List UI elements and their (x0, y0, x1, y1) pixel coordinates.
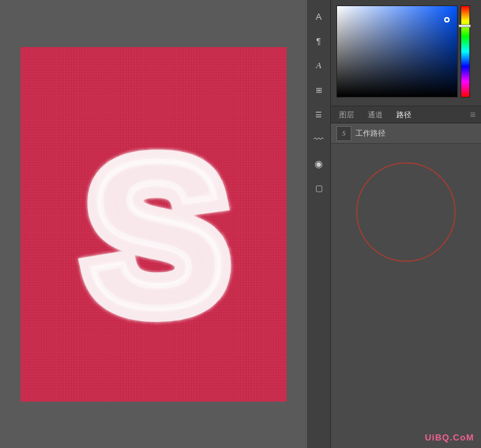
path-thumbnail: S (336, 126, 351, 141)
tab-layers[interactable]: 图层 (336, 108, 357, 121)
panel-menu-button[interactable]: ≡ (470, 109, 476, 120)
tools-strip: A ¶ A ⊞ ☰ 〰 ◉ ▢ (307, 0, 331, 448)
wave-tool[interactable]: 〰 (309, 130, 328, 149)
path-preview-svg (351, 158, 461, 267)
app-window: S S S S S A ¶ A ⊞ ☰ 〰 ◉ ▢ (0, 0, 481, 448)
table-tool[interactable]: ⊞ (309, 80, 328, 100)
canvas-document: S S S S S (20, 47, 287, 402)
canvas-area: S S S S S (0, 0, 307, 448)
stamp-tool[interactable]: ▢ (309, 179, 328, 198)
paragraph-tool[interactable]: ¶ (309, 31, 328, 50)
svg-point-5 (357, 163, 455, 261)
s-letter-svg: S S S S S (58, 81, 249, 368)
panel-tabs: 图层 通道 路径 ≡ (331, 106, 481, 123)
right-panel: A ¶ A ⊞ ☰ 〰 ◉ ▢ (307, 0, 481, 448)
color-cursor (444, 17, 450, 23)
notes-tool[interactable]: ☰ (309, 105, 328, 124)
circle-tool[interactable]: ◉ (309, 154, 328, 173)
text-italic-tool[interactable]: A (309, 56, 328, 75)
paths-panel: S 工作路径 (331, 123, 481, 448)
svg-text:S: S (88, 119, 221, 350)
work-path-label: 工作路径 (355, 128, 385, 138)
tab-paths[interactable]: 路径 (394, 108, 414, 121)
right-content: 图层 通道 路径 ≡ S 工作路径 (331, 0, 481, 448)
work-path-row[interactable]: S 工作路径 (331, 123, 481, 144)
color-gradient-square[interactable] (336, 5, 458, 98)
text-tool[interactable]: A (309, 7, 328, 26)
hue-cursor (458, 25, 471, 27)
path-preview-area (331, 144, 481, 280)
color-picker-area (331, 0, 481, 106)
hue-slider[interactable] (461, 5, 470, 98)
tab-channels[interactable]: 通道 (365, 108, 385, 121)
